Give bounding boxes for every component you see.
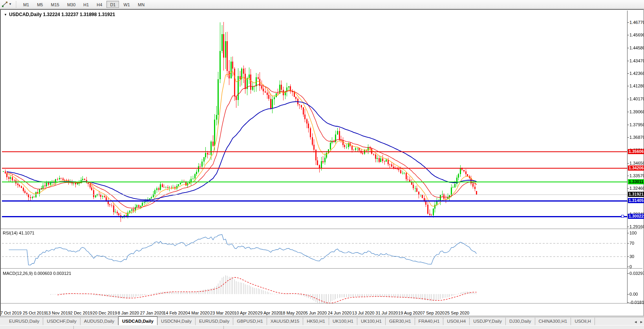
price-axis-tick: 1.45690 [629,33,644,37]
price-badge: 1.33011 [628,179,644,184]
symbol-tab-usdcad-active[interactable]: USDCAD,Daily [118,316,157,325]
price-axis-tick: 1.46770 [629,20,644,25]
symbol-tab-xauusd[interactable]: XAUUSD,M15 [267,318,304,325]
price-axis-tick: 1.39060 [629,109,644,114]
timeframe-button-m1[interactable]: M1 [20,1,33,8]
date-axis-label: 19 Aug 2020 [398,311,423,315]
price-axis-tick: 1.34650 [629,161,644,165]
rsi-label: RSI(14) 41.1071 [3,231,35,235]
status-cell [74,326,224,329]
trendline-tool-icon [2,1,8,7]
symbol-tab-uk100[interactable]: UK100,H1 [357,318,386,325]
symbol-tab-bar: EURUSD,DailyUSDCHF,DailyAUDUSD,DailyUSDC… [0,317,644,325]
symbol-tab-usoil[interactable]: USOil,H4 [443,318,470,325]
symbol-ohlc-label: USDCAD,Daily 1.32224 1.32237 1.31898 1.3… [9,12,115,17]
date-axis-label: 7 Oct 2019 [0,311,22,315]
date-axis-label: 8 Jan 2020 [118,311,139,315]
date-axis-label: 18 May 2020 [280,311,306,315]
timeframe-button-h4[interactable]: H4 [93,1,106,8]
symbol-tab-china300[interactable]: CHINA300,H1 [535,318,571,325]
date-axis-label: 13 Nov 2019 [46,311,70,315]
symbol-tab-usdcnh[interactable]: USDCNH,Daily [157,318,196,325]
date-axis-label: 24 Jun 2020 [328,311,352,315]
status-bar [0,325,644,329]
symbol-tab-usdjpy[interactable]: USDJPY,Daily [470,318,506,325]
date-axis-label: 2 Dec 2019 [70,311,92,315]
symbol-tab-ger30[interactable]: GER30,H1 [386,318,415,325]
date-axis-label: 23 Mar 2020 [210,311,234,315]
date-axis-label: 29 Apr 2020 [258,311,281,315]
price-axis-tick: 1.43470 [629,58,644,63]
drawing-tool-button[interactable]: ▼ [0,0,13,8]
toolbar-grip [15,1,18,7]
price-badge: 1.31921 [628,192,644,197]
macd-axis-tick: -0.018154 [629,300,644,305]
macd-label: MACD(12,26,9) 0.000603 0.003121 [3,271,71,276]
tab-scroll-left-icon[interactable]: ◄ [634,320,637,324]
price-axis-border [627,11,628,304]
date-axis-label: 14 Feb 2020 [163,311,188,315]
price-axis-tick: 1.32460 [629,186,644,191]
timeframe-button-m5[interactable]: M5 [33,1,46,8]
symbol-tab-usdchf[interactable]: USDCHF,Daily [43,318,80,325]
price-chart-canvas[interactable] [2,11,628,305]
price-axis-tick: 1.33570 [629,173,644,178]
symbol-tab-eurusd[interactable]: EURUSD,Daily [5,318,43,325]
rsi-axis-tick: 70 [629,241,644,245]
price-badge: 1.34206 [628,165,644,171]
symbol-tab-uk100[interactable]: UK100,H1 [329,318,357,325]
timeframe-button-h1[interactable]: H1 [80,1,92,8]
timeframe-button-mn[interactable]: MN [134,1,148,8]
collapse-triangle-icon[interactable]: ▼ [4,13,7,16]
date-axis-label: 25 Oct 2019 [23,311,46,315]
chevron-down-icon: ▼ [9,2,12,6]
price-axis-tick: 1.36870 [629,135,644,140]
timeframe-button-d1[interactable]: D1 [106,1,119,8]
symbol-tab-eurusd[interactable]: EURUSD,Daily [196,318,233,325]
price-axis-tick: 1.41280 [629,84,644,88]
symbol-tab-usoil[interactable]: USOil,H [571,318,595,325]
symbol-tab-hk50[interactable]: HK50,H1 [303,318,329,325]
date-axis-label: 7 Sep 2020 [423,311,445,315]
rsi-axis-tick: 0 [629,264,644,269]
price-badge: 1.31405 [628,198,644,203]
pane-divider-rsi[interactable] [1,229,642,229]
date-axis-label: 25 Sep 2020 [445,311,469,315]
chart-window: ▼ USDCAD,Daily 1.32224 1.32237 1.31898 1… [0,9,644,316]
hline-drag-handle[interactable] [621,215,624,218]
date-axis-label: 13 Jul 2020 [352,311,375,315]
rsi-axis-tick: 30 [629,254,644,259]
date-axis-label: 27 Jan 2020 [140,311,164,315]
mt4-window: ▼ M1M5M15M30H1H4D1W1MN ▼ USDCAD,Daily 1.… [0,0,644,329]
macd-axis-tick: 0.00 [629,292,644,296]
price-axis-tick: 1.40170 [629,96,644,101]
date-axis-label: 10 Apr 2020 [234,311,257,315]
symbol-tab-dj30[interactable]: DJ30,Daily [506,318,535,325]
pane-divider-bottom [1,303,642,304]
rsi-axis-tick: 100 [629,231,644,235]
date-axis-label: 31 Jul 2020 [376,311,398,315]
timeframe-button-m15[interactable]: M15 [47,1,62,8]
symbol-tab-audusd[interactable]: AUDUSD,Daily [80,318,118,325]
date-axis-label: 5 Jun 2020 [306,311,327,315]
price-badge: 1.35606 [628,149,644,154]
date-axis-label: 4 Mar 2020 [188,311,210,315]
chart-title: ▼ USDCAD,Daily 1.32224 1.32237 1.31898 1… [4,12,115,17]
date-axis-label: 20 Dec 2019 [93,311,117,315]
symbol-tab-fra40[interactable]: FRA40,H1 [415,318,444,325]
price-axis-tick: 1.37950 [629,122,644,127]
price-axis-tick: 1.44580 [629,45,644,50]
tab-scroll-right-icon[interactable]: ► [640,320,643,324]
price-axis-tick: 1.29160 [629,224,644,229]
timeframe-button-w1[interactable]: W1 [120,1,134,8]
timeframe-toolbar: ▼ M1M5M15M30H1H4D1W1MN [0,0,644,9]
symbol-tab-gbpusd[interactable]: GBPUSD,H1 [233,318,267,325]
price-badge: 1.30022 [628,214,644,219]
macd-axis-tick: 0.032972 [629,271,644,276]
price-axis-tick: 1.42360 [629,71,644,76]
timeframe-button-m30[interactable]: M30 [64,1,79,8]
timeframe-buttons: M1M5M15M30H1H4D1W1MN [19,1,148,8]
pane-divider-macd[interactable] [1,268,642,269]
status-cell [0,326,74,329]
